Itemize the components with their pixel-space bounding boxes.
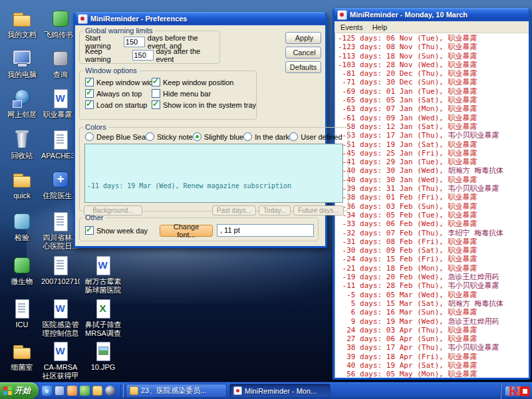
event-text: 职业暴露: [448, 237, 477, 246]
quicklaunch-icon[interactable]: [55, 386, 65, 396]
event-list[interactable]: -125 days: 06 Nov (Tue), 职业暴露 -123 days:…: [334, 33, 529, 378]
event-row[interactable]: -45 days: 25 Jan (Fri), 职业暴露: [338, 149, 529, 158]
start-button[interactable]: 开始: [0, 382, 39, 399]
change-font-button[interactable]: Change font...: [160, 225, 213, 237]
dialog-action-button[interactable]: Defaults: [285, 61, 321, 73]
preferences-titlebar[interactable]: MiniReminder - Preferences: [75, 12, 325, 25]
event-date: 5 days: 15 Mar (Sat),: [338, 299, 448, 308]
dialog-action-button[interactable]: Apply: [285, 32, 321, 44]
event-row[interactable]: 40 days: 19 Apr (Sat), 职业暴露: [338, 361, 529, 370]
event-row[interactable]: -24 days: 15 Feb (Fri), 职业暴露: [338, 255, 529, 263]
desktop-icon[interactable]: 10.JPG: [84, 340, 122, 372]
keep-warning-input[interactable]: [132, 50, 154, 61]
event-row[interactable]: -33 days: 06 Feb (Wed), 职业暴露: [338, 219, 529, 228]
desktop-icon-image: [11, 211, 33, 232]
event-row[interactable]: 56 days: 05 May (Mon), 职业暴露: [338, 370, 529, 378]
event-row[interactable]: -21 days: 18 Feb (Mon), 职业暴露: [338, 264, 529, 273]
event-row[interactable]: 6 days: 16 Mar (Sun), 职业暴露: [338, 308, 529, 317]
event-row[interactable]: -61 days: 09 Jan (Wed), 职业暴露: [338, 114, 529, 122]
event-row[interactable]: -125 days: 06 Nov (Tue), 职业暴露: [338, 34, 529, 43]
desktop: 我的文档 飞鸽传书6 我的电脑 查询 网上邻居: [0, 0, 532, 399]
event-row[interactable]: -123 days: 08 Nov (Thu), 职业暴露: [338, 43, 529, 51]
desktop-icon[interactable]: quick: [3, 169, 41, 200]
minireminder-titlebar[interactable]: MiniReminder - Monday, 10 March: [334, 8, 529, 21]
event-row[interactable]: 38 days: 17 Apr (Thu), 韦小贝职业暴露: [338, 343, 529, 352]
desktop-icon[interactable]: CA-MRSA社区获得甲氧西...: [41, 340, 80, 381]
quicklaunch-icon[interactable]: [67, 386, 77, 396]
event-row[interactable]: -40 days: 30 Jan (Wed), 胡瀚方 梅毒抗体: [338, 166, 529, 175]
event-row[interactable]: -39 days: 31 Jan (Thu), 韦小贝职业暴露: [338, 184, 529, 193]
event-text: 职业暴露: [448, 176, 477, 184]
window-option-checkbox[interactable]: Load on startup: [85, 99, 152, 110]
color-scheme-radio[interactable]: Sticky note: [146, 132, 193, 141]
event-text: 职业暴露: [448, 193, 477, 201]
event-row[interactable]: -113 days: 18 Nov (Sun), 职业暴露: [338, 52, 529, 61]
event-row[interactable]: 39 days: 18 Apr (Fri), 职业暴露: [338, 352, 529, 361]
quicklaunch-icon[interactable]: [42, 386, 52, 396]
color-scheme-radio[interactable]: Deep Blue Sea: [85, 132, 146, 141]
start-warning-input[interactable]: [124, 37, 145, 47]
desktop-icon-label: 检验: [3, 233, 41, 242]
desktop-icon[interactable]: 鼻拭子筛查MRSA调查表...: [84, 298, 122, 338]
dialog-action-button[interactable]: Cancel: [285, 47, 321, 59]
event-row[interactable]: -53 days: 17 Jan (Thu), 韦小贝职业暴露: [338, 131, 529, 140]
color-scheme-radio[interactable]: Slightly blue: [193, 132, 243, 141]
desktop-icon[interactable]: 2007102710...: [41, 255, 80, 286]
window-option-checkbox[interactable]: Always on top: [85, 88, 152, 99]
event-text: 职业暴露: [448, 219, 477, 228]
event-row[interactable]: -103 days: 28 Nov (Wed), 职业暴露: [338, 61, 529, 69]
event-row[interactable]: -5 days: 05 Mar (Wed), 职业暴露: [338, 291, 529, 299]
desktop-icon[interactable]: 我的文档: [3, 8, 41, 39]
show-week-day-checkbox[interactable]: Show week day: [85, 226, 156, 235]
event-row[interactable]: -65 days: 05 Jan (Sat), 职业暴露: [338, 96, 529, 104]
desktop-icon[interactable]: 我的电脑: [3, 48, 41, 79]
event-row[interactable]: -51 days: 19 Jan (Sat), 职业暴露: [338, 140, 529, 149]
desktop-icon[interactable]: ICU: [3, 298, 41, 329]
desktop-icon[interactable]: 网上邻居: [3, 88, 41, 119]
color-scheme-radio[interactable]: User defined: [289, 132, 342, 141]
window-option-checkbox[interactable]: Hide menu bar: [152, 88, 256, 99]
event-row[interactable]: -34 days: 05 Feb (Tue), 职业暴露: [338, 211, 529, 219]
checkbox-box: [85, 226, 94, 235]
checkbox-label: Show icon in the system tray: [163, 101, 256, 109]
taskbar-task-button[interactable]: 23、医院感染委员...: [126, 384, 227, 398]
menu-item[interactable]: Help: [368, 23, 392, 31]
event-row[interactable]: -30 days: 09 Feb (Sat), 职业暴露: [338, 246, 529, 255]
event-row[interactable]: -38 days: 01 Feb (Fri), 职业暴露: [338, 193, 529, 201]
event-date: -81 days: 20 Dec (Thu),: [338, 69, 448, 78]
radio-circle: [85, 132, 94, 141]
event-row[interactable]: -32 days: 07 Feb (Thu), 李绍宁 梅毒抗体: [338, 229, 529, 237]
event-row[interactable]: -81 days: 20 Dec (Thu), 职业暴露: [338, 69, 529, 78]
desktop-icon[interactable]: 耐万古霉素肠球菌医院感...: [84, 255, 122, 295]
event-row[interactable]: -58 days: 12 Jan (Sat), 职业暴露: [338, 122, 529, 131]
event-row[interactable]: -40 days: 30 Jan (Wed), 职业暴露: [338, 176, 529, 184]
color-scheme-radio[interactable]: In the dark: [243, 132, 289, 141]
quicklaunch-icon[interactable]: [92, 386, 102, 396]
taskbar-task-button[interactable]: MiniReminder - Mon...: [229, 384, 331, 398]
menu-item[interactable]: Events: [336, 23, 368, 31]
event-row[interactable]: -19 days: 20 Feb (Wed), 急诊王红烨用药: [338, 273, 529, 281]
event-row[interactable]: 27 days: 06 Apr (Sun), 职业暴露: [338, 334, 529, 343]
checkbox-label: Show week day: [96, 227, 148, 235]
event-row[interactable]: -11 days: 28 Feb (Thu), 韦小贝职业暴露: [338, 281, 529, 290]
desktop-icon[interactable]: 医院感染管理控制信息直...: [41, 298, 80, 338]
desktop-icon[interactable]: 微生物: [3, 255, 41, 286]
quicklaunch-icon[interactable]: [80, 386, 90, 396]
desktop-icon[interactable]: 检验: [3, 211, 41, 242]
window-option-checkbox[interactable]: Keep window width: [85, 76, 152, 88]
event-row[interactable]: 5 days: 15 Mar (Sat), 胡瀚方 梅毒抗体: [338, 299, 529, 308]
event-row[interactable]: 24 days: 03 Apr (Thu), 职业暴露: [338, 326, 529, 334]
event-row[interactable]: -69 days: 01 Jan (Tue), 职业暴露: [338, 87, 529, 96]
desktop-icon-image: [50, 169, 71, 190]
desktop-icon[interactable]: 回收站: [3, 129, 41, 160]
event-row[interactable]: 9 days: 19 Mar (Wed), 急诊王红烨用药: [338, 317, 529, 326]
event-row[interactable]: -41 days: 29 Jan (Tue), 职业暴露: [338, 158, 529, 166]
event-row[interactable]: -31 days: 08 Feb (Fri), 职业暴露: [338, 237, 529, 246]
quicklaunch-icon[interactable]: [105, 386, 115, 396]
event-row[interactable]: -36 days: 03 Feb (Sun), 职业暴露: [338, 202, 529, 211]
window-option-checkbox[interactable]: Show icon in the system tray: [152, 99, 256, 110]
event-row[interactable]: -63 days: 07 Jan (Mon), 职业暴露: [338, 104, 529, 113]
event-row[interactable]: -71 days: 30 Dec (Sun), 职业暴露: [338, 78, 529, 86]
window-option-checkbox[interactable]: Keep window position: [152, 76, 256, 88]
desktop-icon[interactable]: 细菌室: [3, 340, 41, 372]
